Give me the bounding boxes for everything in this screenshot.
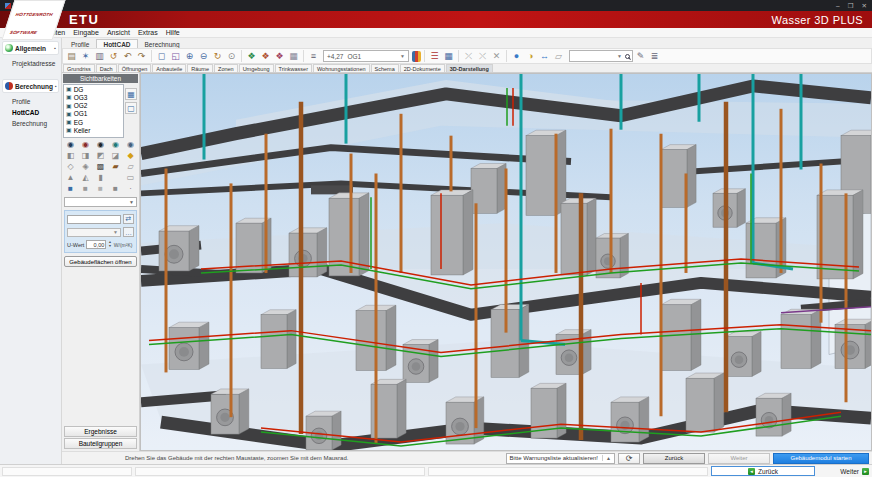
undo-icon[interactable]: ↶ bbox=[121, 50, 134, 63]
view-tab[interactable]: Dach bbox=[96, 64, 117, 72]
view-tab[interactable]: Anbauteile bbox=[152, 64, 186, 72]
zoom-out-icon[interactable]: ⊖ bbox=[197, 50, 210, 63]
visibility-fixtures-icon[interactable]: ◉ bbox=[108, 139, 123, 150]
separator[interactable] bbox=[458, 50, 459, 62]
view-tab[interactable]: 2D-Dokumente bbox=[400, 64, 445, 72]
sidebar-item[interactable]: Berechnung bbox=[12, 118, 59, 129]
separator[interactable] bbox=[506, 50, 507, 62]
menu-item[interactable]: Hilfe bbox=[162, 29, 184, 36]
zoom-in-icon[interactable]: ⊕ bbox=[183, 50, 196, 63]
maximize-button[interactable]: ❐ bbox=[848, 2, 854, 10]
start-building-module-button[interactable]: Gebäudemodul starten bbox=[773, 453, 869, 464]
stretch-icon[interactable]: ↔ bbox=[538, 50, 551, 63]
view-shaded-icon[interactable]: ❖ bbox=[245, 50, 258, 63]
chevron-up-icon[interactable]: ▲ bbox=[602, 455, 611, 461]
minimize-button[interactable]: – bbox=[836, 2, 840, 10]
select-all-floors-icon[interactable]: ▦ bbox=[125, 88, 137, 100]
deselect-icon[interactable]: ⤫ bbox=[462, 50, 475, 63]
separator[interactable] bbox=[303, 50, 304, 62]
floor-row[interactable]: ▣ DG bbox=[65, 86, 122, 94]
separator[interactable] bbox=[424, 50, 425, 62]
zoom-dynamic-icon[interactable]: ◱ bbox=[169, 50, 182, 63]
sheet-icon[interactable]: ▱ bbox=[552, 50, 565, 63]
layers-icon[interactable]: ≡ bbox=[307, 50, 320, 63]
uwert-input[interactable]: 0,00 bbox=[86, 240, 106, 249]
floors-list[interactable]: ▣ DG ▣ OG3 ▣ OG2 bbox=[63, 84, 124, 138]
view-tab[interactable]: 3D-Darstellung bbox=[446, 64, 493, 72]
component-name-input[interactable] bbox=[67, 215, 121, 224]
annotate-icon[interactable]: ✎ bbox=[634, 50, 647, 63]
clear-selection-icon[interactable]: ✕ bbox=[490, 50, 503, 63]
visibility-walls-icon[interactable]: ◉ bbox=[63, 139, 78, 150]
zoom-window-icon[interactable]: ◻ bbox=[155, 50, 168, 63]
stair-icon[interactable]: ▲ bbox=[63, 172, 78, 183]
edit-material-icon[interactable]: … bbox=[123, 227, 134, 237]
opening-icon[interactable]: ▭ bbox=[123, 172, 138, 183]
pin-icon[interactable]: ▪ bbox=[54, 45, 56, 51]
ribbon-tab[interactable]: HottCAD bbox=[96, 39, 137, 48]
center-view-icon[interactable]: ⊙ bbox=[225, 50, 238, 63]
rotate-icon[interactable]: ↺ bbox=[107, 50, 120, 63]
separator[interactable] bbox=[151, 50, 152, 62]
select-off-icon[interactable]: ⤬ bbox=[476, 50, 489, 63]
view-tab[interactable]: Wohnungsstationen bbox=[313, 64, 370, 72]
view-tab[interactable]: Räume bbox=[187, 64, 213, 72]
uwert-stepper[interactable]: ▲ ▼ bbox=[108, 241, 111, 248]
ribbon-tab[interactable]: Berechnung bbox=[138, 39, 187, 48]
view-tab[interactable]: Öffnungen bbox=[118, 64, 152, 72]
facet-icon[interactable]: ◇ bbox=[63, 161, 78, 172]
table-icon[interactable]: ≣ bbox=[648, 50, 661, 63]
component-select[interactable]: ▼ bbox=[64, 197, 137, 207]
more-icon[interactable]: · bbox=[123, 183, 138, 194]
mirror-icon[interactable]: ◑ bbox=[524, 50, 537, 63]
sidebar-section-allgemein[interactable]: Allgemein ▪ bbox=[2, 41, 59, 55]
orbit-icon[interactable]: ↻ bbox=[211, 50, 224, 63]
separator[interactable] bbox=[241, 50, 242, 62]
sidebar-item[interactable]: HottCAD bbox=[12, 107, 59, 118]
levels-icon[interactable]: ☰ bbox=[428, 50, 441, 63]
ribbon-tab[interactable]: Profile bbox=[64, 39, 96, 48]
floor-row[interactable]: ▣ Keller bbox=[65, 127, 122, 135]
3d-viewport[interactable] bbox=[140, 73, 872, 451]
colorbar-icon[interactable] bbox=[412, 51, 421, 62]
level-selector[interactable]: +4,27 OG1 ▼ bbox=[323, 50, 409, 62]
view-tab[interactable]: Trinkwasser bbox=[275, 64, 312, 72]
print-icon[interactable]: ▥ bbox=[93, 50, 106, 63]
wall-tool-icon[interactable]: ◧ bbox=[63, 150, 78, 161]
pin-icon[interactable]: ▪ bbox=[55, 83, 57, 89]
menu-item[interactable]: Extras bbox=[134, 29, 162, 36]
cube-blue-icon[interactable]: ■ bbox=[63, 183, 78, 194]
redo-icon[interactable]: ↷ bbox=[135, 50, 148, 63]
roof-tool-icon[interactable]: ◪ bbox=[108, 150, 123, 161]
refresh-button[interactable]: ⟳ bbox=[618, 453, 640, 464]
sheet-tool-icon[interactable]: ▱ bbox=[123, 161, 138, 172]
cube-light-icon[interactable]: ■ bbox=[93, 183, 108, 194]
view-wire-icon[interactable]: ❖ bbox=[273, 50, 286, 63]
component-groups-button[interactable]: Bauteilgruppen bbox=[64, 438, 137, 449]
view-tab[interactable]: Schema bbox=[371, 64, 399, 72]
floor-finish-icon[interactable]: ▰ bbox=[108, 161, 123, 172]
view-tab[interactable]: Umgebung bbox=[239, 64, 274, 72]
results-button[interactable]: Ergebnisse bbox=[64, 426, 137, 437]
swap-icon[interactable]: ⇄ bbox=[123, 214, 134, 224]
view-tab[interactable]: Grundriss bbox=[63, 64, 95, 72]
back-button[interactable]: Zurück bbox=[643, 453, 705, 464]
slab-icon[interactable]: ▩ bbox=[93, 161, 108, 172]
floor-row[interactable]: ▣ EG bbox=[65, 119, 122, 127]
view-hidden-icon[interactable]: ❖ bbox=[259, 50, 272, 63]
warning-list-button[interactable]: Bitte Warnungsliste aktualisieren! ▲ bbox=[506, 453, 615, 464]
paste-icon[interactable]: ▤ bbox=[65, 50, 78, 63]
statusbar-back-button[interactable]: ◄ Zurück bbox=[711, 466, 815, 476]
component-icon[interactable]: ✶ bbox=[79, 50, 92, 63]
sphere-icon[interactable]: ● bbox=[510, 50, 523, 63]
visibility-objects-icon[interactable]: ◉ bbox=[93, 139, 108, 150]
menu-item[interactable]: Ansicht bbox=[103, 29, 134, 36]
window-tool-icon[interactable]: ◨ bbox=[78, 150, 93, 161]
cube-dark-icon[interactable]: ■ bbox=[108, 183, 123, 194]
facet-fill-icon[interactable]: ◈ bbox=[78, 161, 93, 172]
view-tab[interactable]: Zonen bbox=[214, 64, 238, 72]
menu-item[interactable]: Eingabe bbox=[69, 29, 103, 36]
helmet-icon[interactable]: ◆ bbox=[123, 150, 138, 161]
cube-icon[interactable]: ■ bbox=[78, 183, 93, 194]
column-icon[interactable]: ▮ bbox=[93, 172, 108, 183]
